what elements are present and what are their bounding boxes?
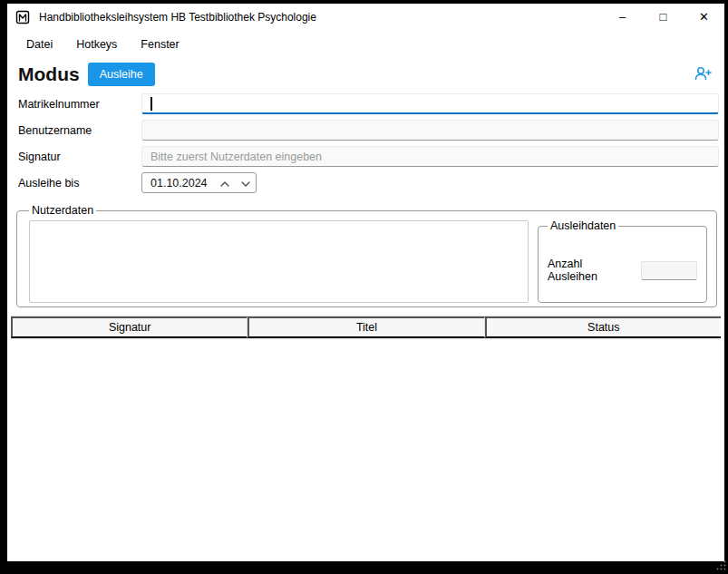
signatur-row: Signatur [18,146,719,167]
nutzerdaten-inner: Ausleihdaten Anzahl Ausleihen [29,219,707,303]
matrikelnummer-field-wrap [141,93,719,114]
minimize-button[interactable]: – [602,4,643,30]
mode-title: Modus [18,63,80,85]
ausleihdaten-group: Ausleihdaten Anzahl Ausleihen [538,219,707,303]
date-value: 01.10.2024 [142,177,214,190]
ausleihe-bis-label: Ausleihe bis [18,177,141,190]
resize-grip-icon[interactable] [715,558,727,574]
matrikelnummer-label: Matrikelnummer [18,98,141,111]
table-body [11,339,721,561]
ausleihdaten-legend: Ausleihdaten [548,219,618,232]
title-bar: Handbibliotheksleihsystem HB Testbibliot… [7,4,724,30]
app-window: Handbibliotheksleihsystem HB Testbibliot… [7,4,724,561]
signatur-label: Signatur [18,151,141,163]
ausleihe-bis-date-picker[interactable]: 01.10.2024 [141,172,257,193]
maximize-button[interactable]: □ [643,4,684,30]
benutzername-field-wrap [141,120,719,141]
benutzername-label: Benutzername [18,124,141,137]
nutzerdaten-legend: Nutzerdaten [29,204,96,217]
window-title: Handbibliotheksleihsystem HB Testbibliot… [39,11,316,24]
nutzerdaten-textarea[interactable] [29,220,529,303]
person-add-icon [693,65,713,84]
menu-item-fenster[interactable]: Fenster [129,33,190,56]
text-caret [150,97,152,111]
mode-ausleihe-button[interactable]: Ausleihe [88,63,155,86]
table-header-row: Signatur Titel Status [11,316,721,339]
ausleihe-bis-row: Ausleihe bis 01.10.2024 [18,172,719,193]
benutzername-row: Benutzername [18,120,719,141]
menu-bar: Datei Hotkeys Fenster [7,30,724,58]
date-spin-down-button[interactable] [235,173,256,192]
menu-item-hotkeys[interactable]: Hotkeys [64,33,129,56]
add-user-button[interactable] [690,63,715,85]
anzahl-ausleihen-input[interactable] [641,261,697,280]
anzahl-ausleihen-label: Anzahl Ausleihen [548,258,633,283]
column-header-signatur[interactable]: Signatur [11,316,248,338]
menu-item-datei[interactable]: Datei [15,33,64,56]
nutzerdaten-group: Nutzerdaten Ausleihdaten Anzahl Ausleihe… [16,204,717,307]
window-controls: – □ ✕ [602,4,724,30]
benutzername-input[interactable] [141,120,719,141]
signatur-field-wrap [141,146,719,167]
date-spin-up-button[interactable] [214,173,235,192]
signatur-input[interactable] [141,146,719,167]
column-header-titel[interactable]: Titel [248,316,484,338]
anzahl-row: Anzahl Ausleihen [548,258,697,283]
column-header-status[interactable]: Status [485,316,721,338]
chevron-down-icon [241,176,250,190]
lending-form: Matrikelnummer Benutzername Signatur Aus… [7,92,724,199]
library-app-icon [15,10,30,24]
mode-row: Modus Ausleihe [7,58,724,92]
matrikelnummer-input[interactable] [141,93,719,114]
close-button[interactable]: ✕ [684,4,724,30]
chevron-up-icon [220,176,229,190]
matrikelnummer-row: Matrikelnummer [18,93,719,114]
